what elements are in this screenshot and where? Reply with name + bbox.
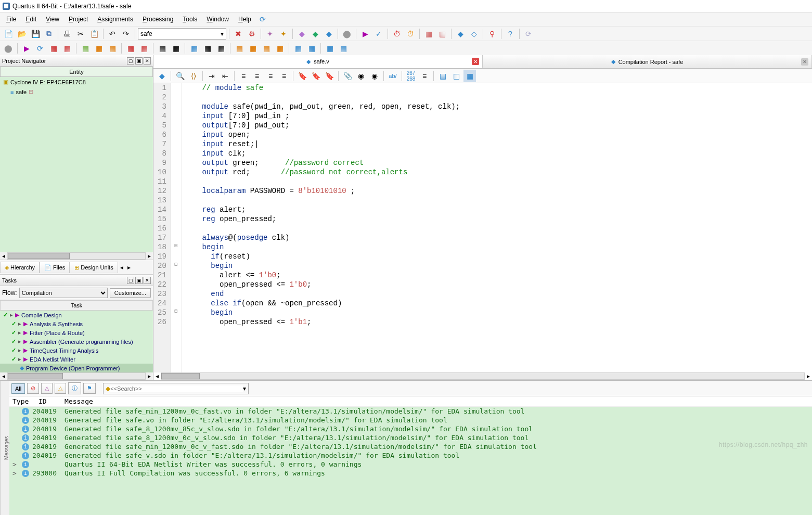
wand-icon[interactable]: ✦ bbox=[264, 28, 276, 40]
tb-icon[interactable]: ⟳ bbox=[522, 28, 535, 40]
task-timequest-timing-analysis[interactable]: ✓▸▶TimeQuest Timing Analysis bbox=[0, 346, 153, 355]
wand-icon[interactable]: ✦ bbox=[277, 28, 290, 40]
tb-icon[interactable]: ab/ bbox=[386, 70, 399, 82]
code-line[interactable]: input reset;| bbox=[185, 139, 812, 149]
feedback-icon[interactable]: ⟳ bbox=[256, 13, 269, 25]
message-row[interactable]: i204019Generated file safe_8_1200mv_0c_v… bbox=[9, 433, 812, 442]
message-row[interactable]: i204019Generated file safe_min_1200mv_0c… bbox=[9, 442, 812, 451]
filter-warning-button[interactable]: △ bbox=[55, 383, 66, 394]
task-fitter-place-route-[interactable]: ✓▸▶Fitter (Place & Route) bbox=[0, 328, 153, 337]
tab-scroll-left[interactable]: ◂ bbox=[118, 264, 125, 271]
flow-select[interactable]: Compilation bbox=[19, 288, 108, 298]
scroll-right-icon[interactable]: ▸ bbox=[146, 372, 153, 380]
tb-icon[interactable]: ▦ bbox=[215, 42, 227, 55]
find-icon[interactable]: ⟨⟩ bbox=[187, 70, 200, 82]
scroll-left-icon[interactable]: ◂ bbox=[0, 252, 7, 260]
menu-view[interactable]: View bbox=[42, 14, 63, 24]
tb-icon[interactable]: ▦ bbox=[292, 42, 304, 55]
timer-icon[interactable]: ⏱ bbox=[404, 28, 417, 40]
code-line[interactable]: end bbox=[185, 289, 812, 299]
play-icon[interactable]: ▶ bbox=[20, 42, 33, 55]
file-node[interactable]: ≡ safe ⊞ bbox=[0, 87, 153, 97]
code-line[interactable]: reg alert; bbox=[185, 205, 812, 214]
dropdown-icon[interactable]: ▾ bbox=[243, 385, 246, 392]
dock-icon[interactable]: ▣ bbox=[135, 277, 143, 284]
save-icon[interactable]: 💾 bbox=[29, 28, 42, 40]
customize-button[interactable]: Customize... bbox=[110, 288, 151, 298]
tb-icon[interactable]: ◉ bbox=[355, 70, 367, 82]
message-row[interactable]: i204019Generated file safe_min_1200mv_0c… bbox=[9, 407, 812, 416]
layout-icon[interactable]: ▤ bbox=[436, 70, 449, 82]
tasks-hscroll[interactable]: ◂ ▸ bbox=[0, 372, 153, 380]
tb-icon[interactable]: ▦ bbox=[93, 42, 105, 55]
cut-icon[interactable]: ✂ bbox=[74, 28, 87, 40]
code-line[interactable]: input clk; bbox=[185, 149, 812, 158]
editor-hscroll[interactable]: ◂ ▸ bbox=[153, 372, 812, 380]
menu-tools[interactable]: Tools bbox=[178, 14, 201, 24]
code-line[interactable]: module safe(pwd_in, pwd_out, green, red,… bbox=[185, 102, 812, 111]
scroll-right-icon[interactable]: ▸ bbox=[146, 252, 153, 260]
new-icon[interactable]: 📄 bbox=[2, 28, 15, 40]
message-row[interactable]: i204019Generated file safe_v.sdo in fold… bbox=[9, 451, 812, 460]
layout-icon[interactable]: ▥ bbox=[450, 70, 462, 82]
code-body[interactable]: // module safe module safe(pwd_in, pwd_o… bbox=[182, 83, 812, 372]
tb-icon[interactable]: ▦ bbox=[260, 42, 273, 55]
nav-tab-design-units[interactable]: ⊞Design Units bbox=[70, 262, 118, 273]
device-node[interactable]: ▣ Cyclone IV E: EP4CE6F17C8 bbox=[0, 77, 153, 87]
close-icon[interactable]: ✕ bbox=[144, 277, 151, 284]
code-line[interactable] bbox=[185, 177, 812, 186]
task-compile-design[interactable]: ✓▸▶Compile Design bbox=[0, 311, 153, 319]
message-row[interactable]: >i293000Quartus II Full Compilation was … bbox=[9, 469, 812, 478]
menu-help[interactable]: Help bbox=[234, 14, 255, 24]
print-icon[interactable]: 🖶 bbox=[61, 28, 73, 40]
code-line[interactable]: begin bbox=[185, 242, 812, 252]
bookmark-icon[interactable]: 🔖 bbox=[310, 70, 322, 82]
fold-marker[interactable]: ⊟ bbox=[171, 261, 181, 271]
pin-icon[interactable]: ▢ bbox=[127, 57, 134, 65]
down-icon[interactable]: ◇ bbox=[468, 28, 480, 40]
nav-tab-hierarchy[interactable]: ◈Hierarchy bbox=[0, 262, 40, 273]
tb-icon[interactable]: ⚲ bbox=[486, 28, 498, 40]
close-tab-icon[interactable]: ✕ bbox=[472, 58, 479, 65]
task-program-device-open-programmer[interactable]: ◆Program Device (Open Programmer) bbox=[0, 364, 153, 372]
menu-edit[interactable]: Edit bbox=[21, 14, 41, 24]
fold-marker[interactable]: ⊟ bbox=[171, 308, 181, 317]
tb-icon[interactable]: ▦ bbox=[233, 42, 246, 55]
undo-icon[interactable]: ↶ bbox=[106, 28, 119, 40]
menu-processing[interactable]: Processing bbox=[138, 14, 177, 24]
copy-icon[interactable]: 📋 bbox=[88, 28, 100, 40]
tb-icon[interactable]: ▦ bbox=[124, 42, 137, 55]
nav-tree[interactable]: ▣ Cyclone IV E: EP4CE6F17C8 ≡ safe ⊞ bbox=[0, 77, 153, 252]
outdent-icon[interactable]: ⇤ bbox=[219, 70, 231, 82]
tb-icon[interactable]: ≡ bbox=[264, 70, 277, 82]
tb-icon[interactable]: ▦ bbox=[79, 42, 92, 55]
tb-icon[interactable]: ▦ bbox=[324, 42, 336, 55]
stop-icon[interactable]: ⬤ bbox=[341, 28, 353, 40]
expand-icon[interactable]: ▸ bbox=[18, 347, 21, 354]
scroll-right-icon[interactable]: ▸ bbox=[805, 372, 812, 380]
code-line[interactable]: output red; //password not correct,alert… bbox=[185, 168, 812, 177]
timer-icon[interactable]: ⏱ bbox=[391, 28, 403, 40]
code-line[interactable]: always@(posedge clk) bbox=[185, 233, 812, 242]
nav-icon[interactable]: ◆ bbox=[156, 70, 168, 82]
bookmark-icon[interactable]: 🔖 bbox=[323, 70, 336, 82]
down-icon[interactable]: ◆ bbox=[454, 28, 467, 40]
code-line[interactable]: begin bbox=[185, 308, 812, 317]
code-line[interactable]: begin bbox=[185, 261, 812, 271]
file-tab[interactable]: ◆Compilation Report - safe✕ bbox=[483, 55, 812, 68]
layout-icon[interactable]: ▦ bbox=[463, 70, 476, 82]
file-tab[interactable]: ◆safe.v✕ bbox=[153, 55, 483, 68]
menu-file[interactable]: File bbox=[2, 14, 20, 24]
code-line[interactable]: alert <= 1'b0; bbox=[185, 271, 812, 280]
expand-icon[interactable]: ▸ bbox=[18, 338, 21, 345]
message-row[interactable]: >iQuartus II 64-Bit EDA Netlist Writer w… bbox=[9, 460, 812, 469]
tb-icon[interactable]: ▦ bbox=[188, 42, 200, 55]
find-icon[interactable]: 🔍 bbox=[174, 70, 186, 82]
expand-icon[interactable]: ▸ bbox=[18, 356, 21, 363]
tb-icon[interactable]: ▦ bbox=[337, 42, 350, 55]
project-dropdown[interactable]: safe▾ bbox=[138, 28, 226, 40]
filter-info-button[interactable]: ⓘ bbox=[68, 382, 81, 394]
message-row[interactable]: i204019Generated file safe_8_1200mv_85c_… bbox=[9, 424, 812, 433]
message-row[interactable]: i204019Generated file safe.vo in folder … bbox=[9, 416, 812, 424]
code-editor[interactable]: 1234567891011121314151617181920212223242… bbox=[153, 83, 812, 372]
